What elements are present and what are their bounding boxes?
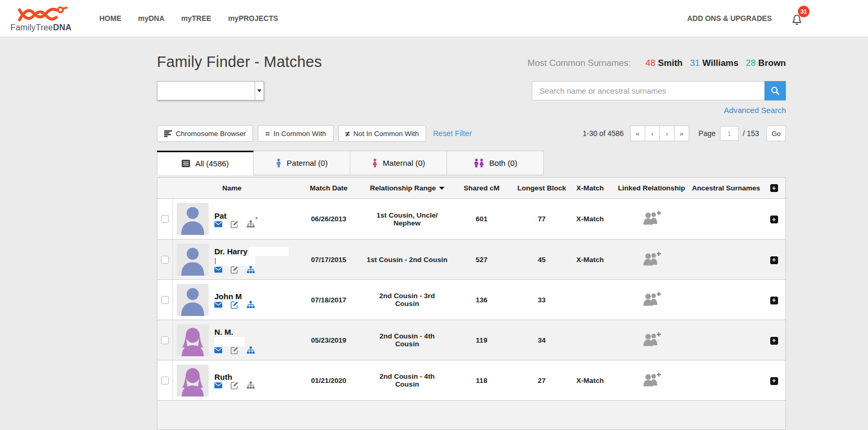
add-linked-relationship-icon[interactable] <box>642 291 661 307</box>
not-in-common-with-button[interactable]: ≠ Not In Common With <box>338 125 427 142</box>
addons-upgrades-link[interactable]: ADD ONS & UPGRADES <box>687 14 772 22</box>
row-select-checkbox[interactable] <box>161 256 169 264</box>
list-icon <box>181 160 190 167</box>
tab-maternal[interactable]: Maternal (0) <box>350 151 447 175</box>
next-page-button[interactable]: › <box>659 126 675 141</box>
chromosome-browser-button[interactable]: Chromosome Browser <box>157 125 253 142</box>
row-select-checkbox[interactable] <box>161 215 169 223</box>
row-select-checkbox[interactable] <box>161 296 169 304</box>
search-input[interactable] <box>532 81 764 100</box>
edit-note-icon[interactable] <box>231 220 238 228</box>
match-name[interactable]: Pat <box>214 211 226 220</box>
previous-page-button[interactable]: ‹ <box>645 126 660 141</box>
controls-row: Advanced Search <box>157 81 786 118</box>
match-name[interactable]: Dr. Harry <box>214 247 247 256</box>
family-tree-icon[interactable] <box>247 220 255 228</box>
family-tree-icon[interactable] <box>247 381 255 389</box>
add-linked-relationship-icon[interactable] <box>642 210 661 225</box>
page-number-input[interactable] <box>720 126 739 141</box>
profile-dropdown-value <box>157 82 255 100</box>
paternal-male-icon <box>276 159 282 167</box>
tab-both[interactable]: Both (0) <box>447 151 544 175</box>
page-header: Family Finder - Matches Most Common Surn… <box>157 50 786 71</box>
match-date-cell: 01/21/2020 <box>291 377 367 384</box>
match-date-cell: 07/17/2015 <box>291 256 367 264</box>
tab-all[interactable]: All (4586) <box>157 151 254 175</box>
column-header-linked-relationship[interactable]: Linked Relationship <box>612 184 691 192</box>
column-header-ancestral-surnames[interactable]: Ancestral Surnames <box>691 184 761 192</box>
column-header-x-match[interactable]: X-Match <box>568 184 612 192</box>
page-label: Page <box>699 129 716 138</box>
chevron-down-icon <box>257 89 261 92</box>
chromosome-browser-icon <box>164 130 172 137</box>
expand-row-icon[interactable] <box>770 297 778 304</box>
edit-note-icon[interactable] <box>231 301 238 309</box>
go-button[interactable]: Go <box>767 126 786 141</box>
longest-block-cell: 77 <box>516 215 568 223</box>
advanced-search-link[interactable]: Advanced Search <box>724 106 786 115</box>
column-header-relationship-range[interactable]: Relationship Range <box>367 184 448 192</box>
table-row: Dr. Harry | 07/17/2015 1st Cousin - 2nd … <box>157 239 785 279</box>
redacted-name-box <box>249 247 289 256</box>
match-name[interactable]: N. M. <box>214 327 233 336</box>
search-button[interactable] <box>764 81 786 100</box>
family-tree-icon[interactable] <box>247 346 255 354</box>
nav-item-home[interactable]: HOME <box>99 14 121 22</box>
relationship-range-cell: 1st Cousin, Uncle/ Nephew <box>367 211 448 227</box>
tab-maternal-label: Maternal (0) <box>383 159 425 167</box>
add-linked-relationship-icon[interactable] <box>642 251 661 266</box>
match-date-cell: 06/26/2013 <box>291 215 367 223</box>
x-match-cell: X-Match <box>568 215 612 223</box>
add-columns-icon[interactable] <box>770 184 778 192</box>
row-select-checkbox[interactable] <box>161 336 169 344</box>
edit-note-icon[interactable] <box>231 266 238 274</box>
last-page-button[interactable]: » <box>674 126 689 141</box>
name-note: . <box>255 211 257 220</box>
email-icon[interactable] <box>214 220 222 228</box>
profile-dropdown[interactable] <box>157 81 264 100</box>
email-icon[interactable] <box>214 381 222 389</box>
email-icon[interactable] <box>214 346 222 354</box>
row-select-checkbox[interactable] <box>161 377 169 384</box>
surname-item: 28Brown <box>746 58 786 68</box>
family-tree-icon[interactable] <box>247 266 255 274</box>
top-navigation: FamilyTreeDNA HOME myDNA myTREE myPROJEC… <box>0 0 868 37</box>
first-page-button[interactable]: « <box>630 126 645 141</box>
reset-filter-link[interactable]: Reset Filter <box>433 129 472 138</box>
match-type-tabs: All (4586) Paternal (0) Maternal (0) <box>157 151 786 175</box>
family-tree-icon[interactable] <box>247 301 255 309</box>
add-linked-relationship-icon[interactable] <box>642 332 661 347</box>
notifications-bell[interactable]: 31 <box>791 11 804 26</box>
column-header-expand[interactable] <box>761 184 786 193</box>
column-header-shared-cm[interactable]: Shared cM <box>448 184 516 192</box>
nav-right-section: ADD ONS & UPGRADES 31 <box>687 11 868 26</box>
table-body: Pat. 06/26/2013 1st Cousin, Uncle/ Nephe… <box>157 199 785 429</box>
nav-item-mytree[interactable]: myTREE <box>181 14 212 22</box>
nav-item-mydna[interactable]: myDNA <box>138 14 165 22</box>
expand-row-icon[interactable] <box>770 377 778 385</box>
nav-item-myprojects[interactable]: myPROJECTS <box>228 14 278 22</box>
relationship-range-cell: 1st Cousin - 2nd Cousin <box>367 256 448 264</box>
filter-toolbar: Chromosome Browser = In Common With ≠ No… <box>157 125 786 142</box>
email-icon[interactable] <box>214 301 222 309</box>
column-header-longest-block[interactable]: Longest Block <box>516 184 568 192</box>
email-icon[interactable] <box>214 266 222 274</box>
maternal-female-icon <box>372 159 378 167</box>
edit-note-icon[interactable] <box>231 346 238 354</box>
add-linked-relationship-icon[interactable] <box>642 372 661 387</box>
shared-cm-cell: 136 <box>448 296 516 304</box>
column-header-match-date[interactable]: Match Date <box>291 184 367 192</box>
brand-logo[interactable]: FamilyTreeDNA <box>10 5 72 32</box>
expand-row-icon[interactable] <box>770 216 778 223</box>
column-header-name[interactable]: Name <box>173 184 291 192</box>
dropdown-arrow-button[interactable] <box>255 82 264 100</box>
most-common-surnames: Most Common Surnames:48Smith31Williams28… <box>528 58 786 71</box>
avatar <box>177 284 209 316</box>
tab-paternal[interactable]: Paternal (0) <box>254 151 350 175</box>
expand-row-icon[interactable] <box>770 337 778 345</box>
expand-row-icon[interactable] <box>770 256 778 264</box>
match-name[interactable]: John M <box>214 292 242 301</box>
in-common-with-button[interactable]: = In Common With <box>258 125 333 142</box>
edit-note-icon[interactable] <box>231 381 238 389</box>
match-name[interactable]: Ruth <box>214 372 232 381</box>
